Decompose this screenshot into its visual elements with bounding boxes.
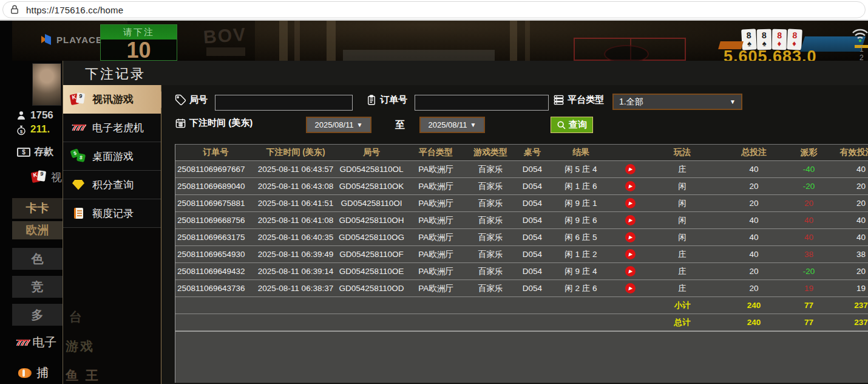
tag-icon xyxy=(175,94,186,106)
replay-button[interactable] xyxy=(625,181,636,191)
grand-total-payout: 77 xyxy=(789,318,829,327)
round-input[interactable] xyxy=(215,95,353,111)
replay-button[interactable] xyxy=(625,215,636,225)
slots-777-icon: 777 xyxy=(16,338,29,348)
user-icon xyxy=(16,110,27,121)
col-header-valid-bet: 有效投注额 xyxy=(829,147,868,158)
signal-level-2: 2 xyxy=(860,53,864,61)
cell-total-bet: 40 xyxy=(719,165,789,174)
replay-button[interactable] xyxy=(625,232,636,242)
cell-game-type: 百家乐 xyxy=(464,266,517,277)
chevron-down-icon: ▼ xyxy=(730,98,736,105)
signal-level-1: 1 xyxy=(860,45,864,53)
replay-button[interactable] xyxy=(625,266,636,276)
cell-bet-time: 2025-08-11 06:39:14 xyxy=(256,267,335,276)
table-row: 250811069643736 2025-08-11 06:38:37 GD05… xyxy=(175,279,868,297)
table-row: 250811069663175 2025-08-11 06:40:35 GD05… xyxy=(175,228,868,245)
cell-game-type: 百家乐 xyxy=(464,164,517,175)
cell-bet-time: 2025-08-11 06:41:51 xyxy=(256,199,335,208)
cell-result: 闲 9 庄 1 xyxy=(548,198,614,209)
cell-table-number: D054 xyxy=(517,165,548,174)
studio-screen xyxy=(343,50,495,61)
platform-select[interactable]: 1.全部 ▼ xyxy=(612,94,742,110)
cell-order-number: 250811069689040 xyxy=(175,182,256,191)
cell-platform: PA欧洲厅 xyxy=(408,198,464,209)
occluded-background-text: 鱼 王 xyxy=(66,367,100,384)
replay-button[interactable] xyxy=(625,249,636,259)
lobby-item-1[interactable]: 卡卡 xyxy=(12,198,63,219)
tab-points-query[interactable]: 积分查询 xyxy=(63,171,161,199)
date-from-select[interactable]: 2025/08/11 ▼ xyxy=(306,117,371,133)
date-to-select[interactable]: 2025/08/11 ▼ xyxy=(419,117,485,133)
grand-total-row: 总计 240 77 237 xyxy=(175,314,868,331)
cell-order-number: 250811069649432 xyxy=(175,267,256,276)
subtotal-row: 小计 240 77 237 xyxy=(175,297,868,314)
search-icon xyxy=(557,120,566,130)
replay-button[interactable] xyxy=(625,283,636,293)
lobby-item-4[interactable]: 竞 xyxy=(12,276,63,298)
cell-table-number: D054 xyxy=(517,267,548,276)
cell-payout: -20 xyxy=(789,182,829,191)
cell-valid-bet: 40 xyxy=(829,165,868,174)
cell-play-type: 闲 xyxy=(646,198,719,209)
grand-total-valid-bet: 237 xyxy=(829,318,868,327)
deposit-button[interactable]: $ 存款 xyxy=(17,146,53,159)
order-field-label: 订单号 xyxy=(366,94,407,106)
cell-valid-bet: 40 xyxy=(829,233,868,242)
lobby-item-5[interactable]: 多 xyxy=(12,304,63,326)
pillar xyxy=(294,21,300,61)
cell-table-number: D054 xyxy=(517,216,548,225)
cell-valid-bet: 19 xyxy=(829,284,868,293)
lock-icon xyxy=(9,4,20,15)
order-input[interactable] xyxy=(415,95,549,111)
cell-order-number: 250811069697667 xyxy=(175,165,256,174)
video-menu-item[interactable]: K9 视 xyxy=(32,170,62,185)
cell-play-type: 闲 xyxy=(646,232,719,243)
chevron-down-icon: ▼ xyxy=(470,122,476,128)
cell-game-type: 百家乐 xyxy=(464,198,517,209)
playace-logo-text: PLAYACE xyxy=(56,35,103,45)
table-row: 250811069649432 2025-08-11 06:39:14 GD05… xyxy=(175,262,868,279)
cell-result: 闲 6 庄 5 xyxy=(548,232,614,243)
tab-label: 桌面游戏 xyxy=(92,149,134,163)
bov-watermark: BOV xyxy=(203,24,247,48)
wheel-silhouette xyxy=(604,45,649,61)
cell-payout: 19 xyxy=(789,284,829,293)
avatar xyxy=(32,63,61,106)
tab-table-games[interactable]: $$ 桌面游戏 xyxy=(63,142,161,171)
cell-result: 闲 1 庄 2 xyxy=(548,249,614,260)
bov-sign-base xyxy=(206,47,245,56)
cell-total-bet: 20 xyxy=(719,182,789,191)
cell-game-type: 百家乐 xyxy=(464,181,517,192)
cell-round-number: GD054258110OI xyxy=(335,199,408,208)
tab-slots[interactable]: 777 电子老虎机 xyxy=(63,114,161,142)
tab-credit-records[interactable]: 额度记录 xyxy=(63,199,161,228)
lobby-item-1-label: 卡卡 xyxy=(26,201,49,216)
bet-records-table: 订单号 下注时间 (美东) 局号 平台类型 游戏类型 桌号 结果 玩法 总投注 … xyxy=(175,144,868,383)
lobby-item-3[interactable]: 色 xyxy=(12,248,63,270)
replay-button[interactable] xyxy=(625,198,636,208)
user-id-row: 1756 xyxy=(16,109,53,122)
lobby-item-2[interactable]: 欧洲 xyxy=(12,221,63,239)
address-bar[interactable]: https://175616.cc/home xyxy=(2,1,866,18)
replay-button[interactable] xyxy=(625,164,636,174)
table-row: 250811069668756 2025-08-11 06:41:08 GD05… xyxy=(175,211,868,228)
col-header-game-type: 游戏类型 xyxy=(464,147,517,158)
search-button[interactable]: 查询 xyxy=(551,117,593,133)
cell-play-type: 庄 xyxy=(646,283,719,294)
slots-menu-item[interactable]: 777 电子 xyxy=(16,334,56,351)
col-header-result: 结果 xyxy=(548,147,614,158)
cell-round-number: GD054258110OG xyxy=(335,233,408,242)
cell-round-number: GD054258110OK xyxy=(335,182,408,191)
tab-video-games[interactable]: K9 视讯游戏 xyxy=(63,85,161,114)
round-field-label-text: 局号 xyxy=(189,94,208,106)
subtotal-payout: 77 xyxy=(789,301,829,310)
cell-total-bet: 40 xyxy=(719,216,789,225)
table-row: 250811069697667 2025-08-11 06:43:57 GD05… xyxy=(175,160,868,177)
fishing-menu-item[interactable]: 捕 xyxy=(18,365,49,381)
playace-logo: PLAYACE xyxy=(41,34,103,45)
date-to-value: 2025/08/11 xyxy=(428,120,467,129)
url-text[interactable]: https://175616.cc/home xyxy=(26,5,123,15)
deposit-label: 存款 xyxy=(34,146,53,159)
cell-platform: PA欧洲厅 xyxy=(408,181,464,192)
